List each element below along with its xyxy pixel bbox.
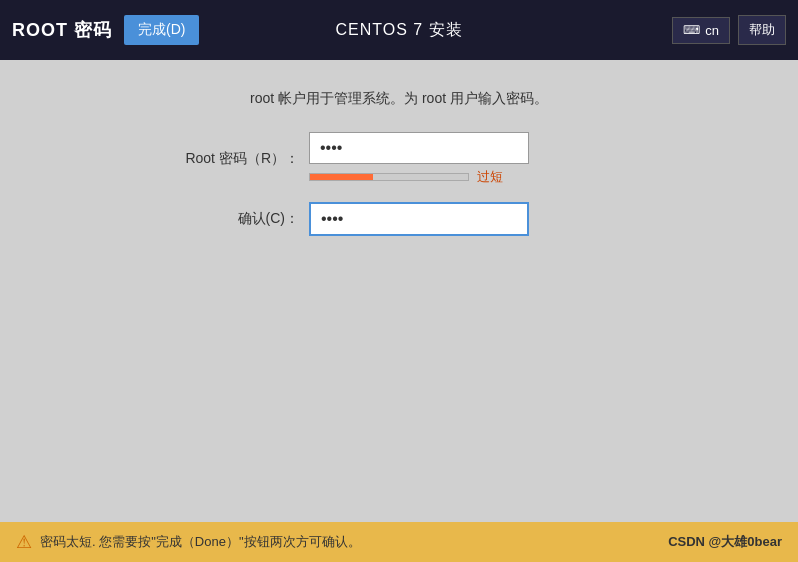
header-right: ⌨ cn 帮助 — [672, 15, 786, 45]
form-area: Root 密码（R）： 过短 确认(C)： — [149, 132, 649, 236]
warning-icon: ⚠ — [16, 531, 32, 553]
warning-bar: ⚠ 密码太短. 您需要按"完成（Done）"按钮两次方可确认。 CSDN @大雄… — [0, 522, 798, 562]
confirm-password-wrapper — [309, 202, 649, 236]
keyboard-icon: ⌨ — [683, 23, 700, 37]
confirm-password-input[interactable] — [309, 202, 529, 236]
help-button[interactable]: 帮助 — [738, 15, 786, 45]
done-button[interactable]: 完成(D) — [124, 15, 199, 45]
warning-right-label: CSDN @大雄0bear — [668, 533, 782, 551]
root-password-row: Root 密码（R）： 过短 — [149, 132, 649, 186]
strength-bar — [309, 173, 469, 181]
root-password-label: Root 密码（R）： — [149, 150, 309, 168]
header: ROOT 密码 完成(D) CENTOS 7 安装 ⌨ cn 帮助 — [0, 0, 798, 60]
confirm-password-label: 确认(C)： — [149, 210, 309, 228]
strength-label: 过短 — [477, 168, 503, 186]
language-button[interactable]: ⌨ cn — [672, 17, 730, 44]
description-text: root 帐户用于管理系统。为 root 用户输入密码。 — [250, 90, 548, 108]
install-title: CENTOS 7 安装 — [335, 20, 462, 41]
main-content: root 帐户用于管理系统。为 root 用户输入密码。 Root 密码（R）：… — [0, 60, 798, 522]
page-title: ROOT 密码 — [12, 18, 112, 42]
strength-row: 过短 — [309, 168, 649, 186]
warning-text: 密码太短. 您需要按"完成（Done）"按钮两次方可确认。 — [40, 533, 361, 551]
header-left: ROOT 密码 完成(D) — [12, 15, 199, 45]
root-password-wrapper: 过短 — [309, 132, 649, 186]
root-password-input[interactable] — [309, 132, 529, 164]
lang-label: cn — [705, 23, 719, 38]
warning-left: ⚠ 密码太短. 您需要按"完成（Done）"按钮两次方可确认。 — [16, 531, 361, 553]
confirm-password-row: 确认(C)： — [149, 202, 649, 236]
